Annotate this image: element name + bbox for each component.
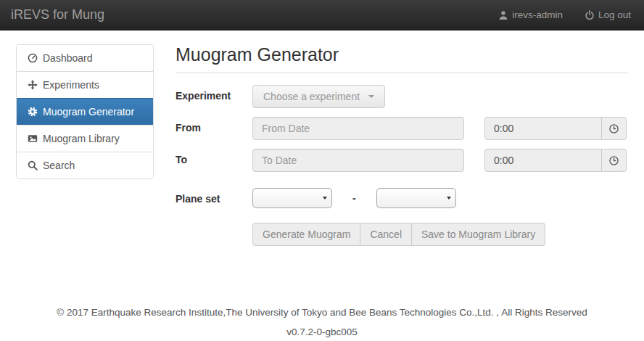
to-time-group [484,149,627,172]
experiment-label: Experiment [176,85,252,102]
user-menu[interactable]: irevs-admin [498,9,563,20]
from-label: From [176,117,252,133]
from-date-input[interactable] [252,117,464,140]
sidebar-item-label: Dashboard [43,52,93,64]
search-icon [28,160,38,170]
main-panel: Muogram Generator Experiment Choose a ex… [176,44,628,255]
actions-row-spacer [176,223,252,228]
to-date-input[interactable] [252,149,464,172]
cancel-button[interactable]: Cancel [360,223,412,246]
to-time-clock-addon[interactable] [601,149,626,171]
picture-icon [28,133,38,144]
sidebar-item-label: Search [43,160,75,171]
clock-icon [608,123,619,134]
logout-button[interactable]: Log out [585,9,631,20]
power-icon [585,10,595,20]
sidebar-item-label: Muogram Library [43,133,120,144]
move-icon [28,80,38,90]
sidebar-item-search[interactable]: Search [17,152,153,178]
user-icon [498,10,508,20]
experiment-row: Experiment Choose a experiment [176,85,628,108]
choose-experiment-dropdown[interactable]: Choose a experiment [252,85,385,108]
sidebar-nav: Dashboard Experiments [16,44,154,179]
to-time-input[interactable] [485,149,601,171]
plane-set-row: Plane set - [176,188,628,208]
plane-set-select-start[interactable] [252,188,332,208]
generate-muogram-button[interactable]: Generate Muogram [252,223,360,246]
from-row: From [176,117,628,140]
plane-set-select-end[interactable] [376,188,456,208]
navbar-right: irevs-admin Log out [498,9,631,20]
choose-experiment-label: Choose a experiment [263,91,360,102]
to-label: To [176,149,252,165]
logout-label: Log out [598,9,631,20]
sidebar-item-muogram-library[interactable]: Muogram Library [17,125,153,152]
select-caret-icon [447,197,451,200]
to-row: To [176,149,628,172]
sidebar-item-label: Muogram Generator [43,106,134,118]
top-navbar: iREVS for Mung irevs-admin Log out [0,0,644,30]
plane-set-separator: - [352,192,356,204]
sidebar-item-muogram-generator[interactable]: Muogram Generator [17,98,153,125]
page-title: Muogram Generator [176,44,628,73]
user-name: irevs-admin [512,9,563,20]
clock-icon [608,155,619,166]
sidebar-item-dashboard[interactable]: Dashboard [17,45,153,71]
dashboard-icon [28,53,38,63]
select-caret-icon [323,197,327,200]
plane-set-label: Plane set [176,188,252,205]
actions-button-group: Generate Muogram Cancel Save to Muogram … [252,223,545,246]
app-brand[interactable]: iREVS for Mung [11,7,104,22]
chevron-down-icon [368,95,374,98]
page-footer: © 2017 Earthquake Research Institute,The… [0,307,644,337]
content-area: Dashboard Experiments [0,30,644,255]
sidebar-item-experiments[interactable]: Experiments [17,71,153,98]
copyright-text: © 2017 Earthquake Research Institute,The… [0,307,644,318]
sidebar-item-label: Experiments [43,79,99,91]
gear-icon [28,107,38,117]
version-text: v0.7.2-0-gbc005 [0,326,644,337]
from-time-input[interactable] [485,118,601,139]
from-time-group [484,117,627,140]
actions-row: Generate Muogram Cancel Save to Muogram … [176,223,628,246]
from-time-clock-addon[interactable] [601,118,626,139]
save-to-library-button[interactable]: Save to Muogram Library [412,223,545,246]
